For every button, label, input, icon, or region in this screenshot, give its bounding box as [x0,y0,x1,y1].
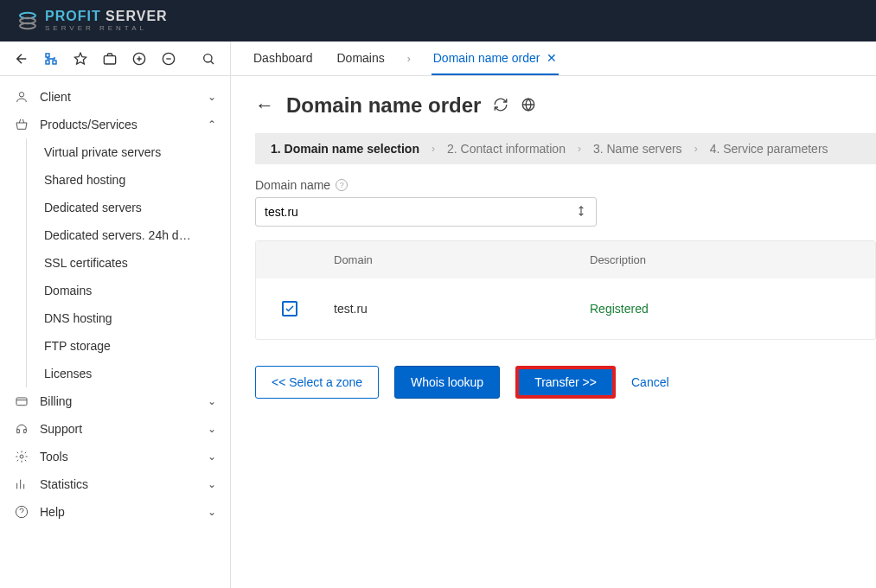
sidebar: Client ⌄ Products/Services ⌃ Virtual pri… [0,76,231,588]
sidebar-item-support[interactable]: Support ⌄ [0,415,230,443]
sidebar-label: Products/Services [40,118,137,131]
cancel-button[interactable]: Cancel [631,375,669,389]
domain-name-input[interactable] [265,205,575,219]
svg-rect-12 [16,398,27,406]
results-table: Domain Description test.ru Registered [255,240,876,340]
chevron-up-icon: ⌃ [208,118,216,131]
chevron-down-icon: ⌄ [208,506,216,518]
back-button[interactable]: ← [255,94,274,117]
chevron-down-icon: ⌄ [208,423,216,435]
domain-name-field: Domain name ? [255,178,876,227]
sidebar-label: Billing [40,394,72,408]
chevron-right-icon: › [407,53,411,65]
step-3[interactable]: 3. Name servers [593,142,682,156]
brand-logo[interactable]: PROFIT SERVER SERVER RENTAL [17,10,168,32]
server-logo-icon [17,10,38,31]
sidebar-sub-shared[interactable]: Shared hosting [27,166,230,194]
basket-icon [14,118,29,131]
briefcase-icon[interactable] [102,51,118,67]
minus-circle-icon[interactable] [161,51,176,67]
sidebar-item-tools[interactable]: Tools ⌄ [0,443,230,470]
sidebar-sub-vps[interactable]: Virtual private servers [27,138,230,166]
svg-point-13 [20,455,23,458]
sidebar-label: Help [40,505,65,519]
chevron-down-icon: ⌄ [208,91,216,103]
refresh-icon[interactable] [493,97,508,115]
headset-icon [14,422,29,436]
chevron-down-icon: ⌄ [208,451,216,463]
svg-rect-4 [53,61,56,64]
brand-name-server: SERVER [101,9,168,23]
step-2[interactable]: 2. Contact information [447,142,566,156]
sidebar-item-help[interactable]: Help ⌄ [0,498,230,526]
star-icon[interactable] [73,51,88,67]
tab-domain-name-order[interactable]: Domain name order ✕ [432,42,559,75]
svg-point-10 [204,54,212,61]
sidebar-sub-ssl[interactable]: SSL certificates [27,249,230,277]
domain-name-input-wrapper[interactable] [255,197,597,227]
step-1: 1. Domain name selection [271,142,419,156]
table-row: test.ru Registered [256,278,875,339]
plus-circle-icon[interactable] [131,51,147,67]
help-tooltip-icon[interactable]: ? [336,179,348,191]
gear-icon [14,450,29,463]
sidebar-sub-dns[interactable]: DNS hosting [27,304,230,332]
toolbar: Dashboard Domains › Domain name order ✕ [0,42,876,76]
brand-bar: PROFIT SERVER SERVER RENTAL [0,0,876,42]
back-arrow-icon[interactable] [14,51,29,67]
chevron-right-icon: › [578,143,581,155]
sidebar-sub-domains[interactable]: Domains [27,277,230,304]
sidebar-label: Statistics [40,477,88,491]
column-domain: Domain [334,253,590,266]
action-buttons: << Select a zone Whois lookup Transfer >… [255,366,876,399]
chart-icon [14,477,29,491]
svg-rect-3 [46,54,49,57]
sidebar-item-products[interactable]: Products/Services ⌃ [0,111,230,138]
svg-point-11 [19,93,23,97]
breadcrumb-tabs: Dashboard Domains › Domain name order ✕ [231,42,579,75]
globe-icon[interactable] [521,97,536,115]
svg-point-2 [20,23,35,29]
close-tab-icon[interactable]: ✕ [547,51,557,65]
expand-icon[interactable] [575,205,587,220]
select-zone-button[interactable]: << Select a zone [255,366,379,399]
sidebar-item-client[interactable]: Client ⌄ [0,83,230,111]
page-header: ← Domain name order [255,93,876,118]
brand-tagline: SERVER RENTAL [45,25,168,32]
row-checkbox[interactable] [282,301,297,316]
svg-rect-5 [46,61,49,64]
chevron-down-icon: ⌄ [208,478,216,490]
sidebar-label: Support [40,422,82,436]
svg-rect-7 [104,55,115,63]
wallet-icon [14,394,29,408]
sidebar-sub-ftp[interactable]: FTP storage [27,332,230,360]
transfer-button[interactable]: Transfer >> [515,366,616,399]
row-domain: test.ru [334,302,590,316]
brand-name-profit: PROFIT [45,9,101,23]
sidebar-sub-licenses[interactable]: Licenses [27,360,230,387]
column-description: Description [590,253,849,266]
wizard-steps: 1. Domain name selection › 2. Contact in… [255,133,876,164]
sitemap-icon[interactable] [43,51,59,67]
sidebar-products-sublist: Virtual private servers Shared hosting D… [26,138,230,387]
search-icon[interactable] [201,51,216,67]
chevron-right-icon: › [432,143,435,155]
chevron-down-icon: ⌄ [208,395,216,407]
sidebar-item-statistics[interactable]: Statistics ⌄ [0,470,230,498]
sidebar-item-billing[interactable]: Billing ⌄ [0,387,230,415]
sidebar-label: Tools [40,450,68,463]
sidebar-sub-dedicated[interactable]: Dedicated servers [27,194,230,221]
toolbar-icons [0,42,231,75]
whois-lookup-button[interactable]: Whois lookup [394,366,500,399]
chevron-right-icon: › [694,143,698,155]
field-label-text: Domain name [255,178,330,192]
step-4[interactable]: 4. Service parameters [710,142,828,156]
sidebar-sub-dedicated-24h[interactable]: Dedicated servers. 24h d… [27,221,230,249]
svg-marker-6 [74,53,86,64]
tab-domains[interactable]: Domains [336,42,387,75]
main-content: ← Domain name order 1. Domain name selec… [231,76,876,588]
page-title: Domain name order [286,93,481,118]
row-status: Registered [590,302,849,316]
user-icon [14,90,29,104]
tab-dashboard[interactable]: Dashboard [252,42,315,75]
